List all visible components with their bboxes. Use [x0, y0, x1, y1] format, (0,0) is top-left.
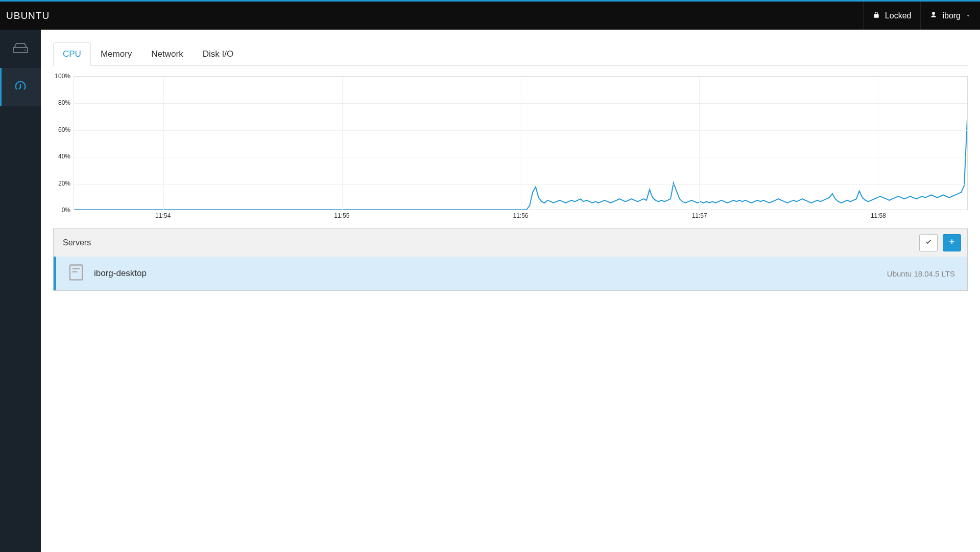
chart: 0%20%40%60%80%100% 11:5411:5511:5611:571…: [53, 76, 968, 222]
y-tick-label: 60%: [58, 126, 70, 133]
server-name: iborg-desktop: [94, 268, 147, 279]
svg-point-1: [25, 49, 26, 50]
x-tick-label: 11:56: [513, 212, 528, 219]
server-row[interactable]: iborg-desktop Ubuntu 18.04.5 LTS: [54, 257, 967, 290]
storage-icon: [13, 42, 28, 56]
gauge-icon: [13, 79, 28, 96]
x-tick-label: 11:58: [871, 212, 886, 219]
check-icon: [925, 238, 932, 247]
lock-label: Locked: [885, 11, 912, 20]
tab-network[interactable]: Network: [141, 42, 193, 66]
sidebar-item-storage[interactable]: [0, 30, 41, 68]
main-content: CPU Memory Network Disk I/O 0%20%40%60%8…: [41, 30, 980, 552]
add-server-button[interactable]: [943, 234, 961, 251]
servers-title: Servers: [63, 238, 91, 247]
user-icon: [930, 11, 937, 20]
chart-y-axis: 0%20%40%60%80%100%: [53, 76, 74, 210]
y-tick-label: 0%: [62, 206, 70, 214]
tab-label: Network: [151, 49, 183, 59]
app-title: UBUNTU: [6, 10, 50, 21]
header: UBUNTU Locked iborg: [0, 2, 980, 30]
y-tick-label: 20%: [58, 180, 70, 187]
sidebar: [0, 30, 41, 552]
tab-label: Memory: [101, 49, 132, 59]
lock-icon: [873, 11, 880, 20]
chart-plot-area: [74, 76, 968, 210]
plus-icon: [948, 238, 955, 247]
tab-label: Disk I/O: [203, 49, 233, 59]
user-menu[interactable]: iborg: [920, 2, 980, 30]
chevron-down-icon: [966, 11, 971, 20]
x-tick-label: 11:55: [334, 212, 349, 219]
y-tick-label: 100%: [55, 73, 70, 80]
tab-cpu[interactable]: CPU: [53, 42, 91, 66]
x-tick-label: 11:54: [155, 212, 171, 219]
servers-panel: Servers: [53, 228, 968, 291]
lock-status[interactable]: Locked: [863, 2, 921, 30]
tab-diskio[interactable]: Disk I/O: [193, 42, 243, 66]
server-os: Ubuntu 18.04.5 LTS: [887, 269, 955, 278]
tab-memory[interactable]: Memory: [91, 42, 141, 66]
y-tick-label: 80%: [58, 99, 70, 106]
tabs: CPU Memory Network Disk I/O: [53, 42, 968, 66]
y-tick-label: 40%: [58, 153, 70, 160]
sidebar-item-dashboard[interactable]: [0, 68, 41, 106]
tab-label: CPU: [63, 49, 81, 59]
x-tick-label: 11:57: [692, 212, 707, 219]
chart-x-axis: 11:5411:5511:5611:5711:58: [74, 212, 968, 222]
confirm-button[interactable]: [919, 234, 938, 251]
server-icon: [68, 264, 84, 283]
servers-header: Servers: [54, 229, 967, 257]
user-label: iborg: [942, 11, 961, 20]
